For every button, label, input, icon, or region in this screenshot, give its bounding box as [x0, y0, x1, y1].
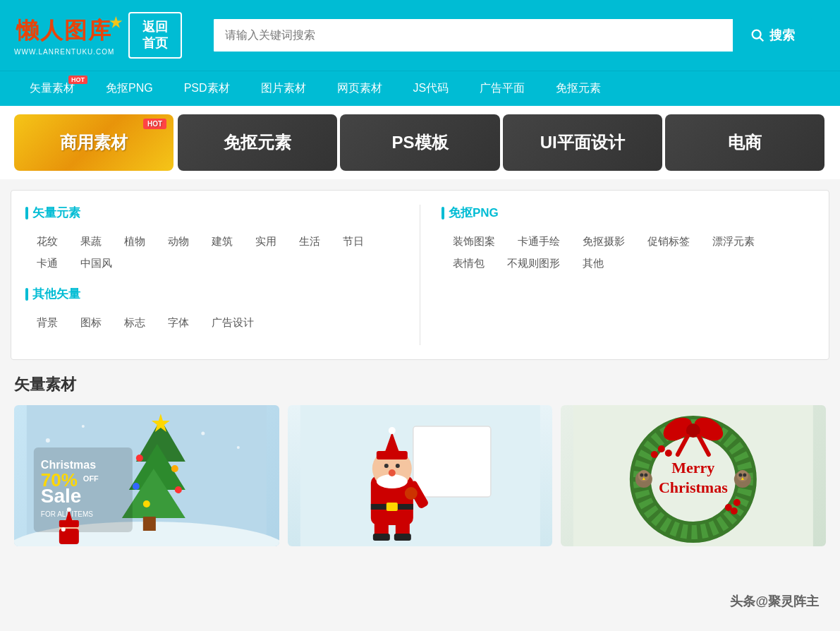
other-vector-tags: 背景 图标 标志 字体 广告设计: [25, 312, 398, 334]
header: 懒人图库★ WWW.LANRENTUKU.COM 返回 首页 搜索: [0, 0, 840, 71]
nav-item-image[interactable]: 图片素材: [245, 71, 322, 107]
search-input[interactable]: [212, 17, 733, 54]
svg-rect-46: [373, 534, 390, 541]
tag-festival[interactable]: 节日: [331, 231, 375, 253]
image-card-3[interactable]: Merry Christmas: [561, 405, 826, 546]
tag-icon[interactable]: 图标: [69, 312, 113, 334]
svg-text:OFF: OFF: [83, 474, 99, 483]
xmas-illustration-1: Christmas 70% OFF Sale FOR ALL ITEMS: [14, 405, 279, 546]
logo: 懒人图库★ WWW.LANRENTUKU.COM: [14, 16, 114, 56]
svg-point-24: [67, 507, 71, 512]
vector-tags: 花纹 果蔬 植物 动物 建筑 实用 生活 节日 卡通 中国风: [25, 231, 398, 275]
svg-point-11: [133, 483, 140, 490]
nav-item-cutout[interactable]: 免抠元素: [540, 71, 616, 107]
nav-item-js[interactable]: JS代码: [398, 71, 465, 107]
svg-point-28: [201, 432, 205, 435]
tag-deco[interactable]: 装饰图案: [442, 231, 506, 253]
svg-point-9: [136, 455, 143, 462]
search-area: 搜索: [212, 17, 812, 54]
search-button[interactable]: 搜索: [733, 17, 812, 54]
logo-star: ★: [109, 14, 123, 31]
category-commercial[interactable]: 商用素材 HOT: [14, 114, 174, 171]
svg-point-36: [389, 427, 396, 434]
svg-point-57: [731, 507, 738, 515]
svg-text:Christmas: Christmas: [659, 479, 728, 496]
svg-point-52: [651, 451, 658, 458]
tag-life[interactable]: 生活: [288, 231, 331, 253]
tag-logo[interactable]: 标志: [113, 312, 157, 334]
svg-point-10: [171, 465, 178, 472]
svg-point-38: [384, 464, 389, 468]
category-ui[interactable]: UI平面设计: [503, 114, 662, 171]
png-section-title: 免抠PNG: [442, 205, 815, 221]
svg-point-26: [46, 438, 50, 443]
svg-rect-31: [413, 426, 491, 497]
svg-text:Sale: Sale: [41, 485, 82, 507]
logo-area: 懒人图库★ WWW.LANRENTUKU.COM 返回 首页: [14, 12, 197, 59]
category-section: 商用素材 HOT 免抠元素 PS模板 UI平面设计 电商: [0, 106, 840, 179]
tag-ad-design[interactable]: 广告设计: [200, 312, 265, 334]
hot-tag: HOT: [143, 119, 166, 129]
svg-point-29: [237, 446, 240, 449]
tag-huawen[interactable]: 花纹: [25, 231, 69, 253]
tag-emoji[interactable]: 表情包: [442, 253, 496, 275]
nav-item-psd[interactable]: PSD素材: [169, 71, 245, 107]
tag-plant[interactable]: 植物: [113, 231, 157, 253]
xmas-illustration-3: Merry Christmas: [561, 405, 826, 546]
category-ps[interactable]: PS模板: [340, 114, 499, 171]
tag-animal[interactable]: 动物: [157, 231, 200, 253]
svg-point-69: [743, 474, 747, 477]
back-home-button[interactable]: 返回 首页: [128, 12, 182, 59]
tag-other[interactable]: 其他: [571, 253, 615, 275]
tag-freshu[interactable]: 果蔬: [69, 231, 113, 253]
svg-point-27: [82, 425, 85, 428]
svg-text:Merry: Merry: [672, 459, 715, 476]
svg-rect-43: [386, 503, 398, 511]
category-cutout[interactable]: 免抠元素: [178, 114, 337, 171]
nav-item-web[interactable]: 网页素材: [322, 71, 398, 107]
svg-point-68: [739, 474, 743, 477]
svg-point-54: [665, 450, 672, 457]
logo-main-text: 懒人图库★: [16, 16, 112, 47]
nav-item-ad[interactable]: 广告平面: [464, 71, 540, 107]
svg-point-63: [640, 474, 644, 477]
svg-point-25: [61, 527, 66, 531]
xmas-illustration-2: [288, 405, 553, 546]
png-tags: 装饰图案 卡通手绘 免抠摄影 促销标签 漂浮元素 表情包 不规则图形 其他: [442, 231, 815, 275]
svg-point-0: [753, 30, 761, 39]
tag-cartoon[interactable]: 卡通: [25, 253, 69, 275]
tag-float[interactable]: 漂浮元素: [701, 231, 766, 253]
tag-practical[interactable]: 实用: [244, 231, 288, 253]
svg-point-13: [143, 500, 150, 507]
svg-point-56: [734, 499, 741, 506]
dropdown-right: 免抠PNG 装饰图案 卡通手绘 免抠摄影 促销标签 漂浮元素 表情包 不规则图形…: [420, 205, 815, 345]
svg-point-48: [405, 487, 418, 500]
tag-chinese[interactable]: 中国风: [69, 253, 123, 275]
nav-bar: 矢量素材 HOT 免抠PNG PSD素材 图片素材 网页素材 JS代码 广告平面…: [0, 71, 840, 106]
dropdown-section: 矢量元素 花纹 果蔬 植物 动物 建筑 实用 生活 节日 卡通 中国风 其他矢量…: [11, 190, 829, 360]
category-ecommerce[interactable]: 电商: [665, 114, 824, 171]
tag-hand-draw[interactable]: 卡通手绘: [506, 231, 571, 253]
dropdown-left: 矢量元素 花纹 果蔬 植物 动物 建筑 实用 生活 节日 卡通 中国风 其他矢量…: [25, 205, 420, 345]
svg-point-53: [658, 445, 665, 452]
tag-bg[interactable]: 背景: [25, 312, 69, 334]
tag-irregular[interactable]: 不规则图形: [496, 253, 571, 275]
image-card-1[interactable]: Christmas 70% OFF Sale FOR ALL ITEMS: [14, 405, 279, 546]
svg-rect-7: [143, 517, 156, 531]
logo-sub-text: WWW.LANRENTUKU.COM: [14, 48, 114, 56]
svg-point-64: [645, 474, 648, 477]
nav-item-vector[interactable]: 矢量素材 HOT: [14, 71, 90, 107]
hot-badge: HOT: [68, 76, 87, 84]
tag-building[interactable]: 建筑: [200, 231, 244, 253]
tag-photo-cutout[interactable]: 免抠摄影: [571, 231, 636, 253]
svg-point-12: [175, 486, 182, 493]
svg-rect-47: [394, 534, 411, 541]
vector-section-title: 矢量元素: [25, 205, 398, 221]
nav-item-png[interactable]: 免抠PNG: [90, 71, 169, 107]
svg-point-40: [389, 469, 396, 476]
image-grid: Christmas 70% OFF Sale FOR ALL ITEMS: [0, 405, 840, 560]
tag-font[interactable]: 字体: [157, 312, 200, 334]
svg-line-1: [760, 37, 763, 41]
tag-promo[interactable]: 促销标签: [636, 231, 701, 253]
image-card-2[interactable]: [288, 405, 553, 546]
